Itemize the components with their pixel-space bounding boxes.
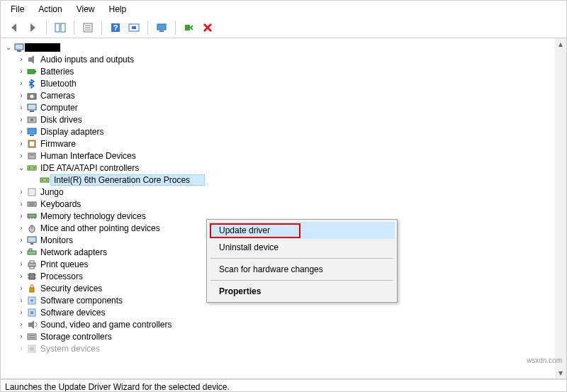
expander-icon[interactable]: › [16,212,26,220]
tree-item[interactable]: ›Disk drives [4,113,565,125]
svg-rect-27 [30,142,34,146]
computer-root-icon [13,42,25,53]
watermark: wsxdn.com [527,357,562,364]
expander-icon[interactable]: › [16,345,26,352]
expander-icon[interactable]: › [16,200,26,208]
expander-icon[interactable]: › [16,248,26,256]
tree-item[interactable]: ⌄IDE ATA/ATAPI controllers [4,162,565,174]
menu-help[interactable]: Help [102,2,134,16]
forward-icon[interactable] [24,19,41,36]
expander-icon[interactable]: › [16,55,26,63]
tree-item-label: Firmware [38,139,76,149]
printer-icon [26,259,38,270]
ctx-update-driver[interactable]: Update driver [209,222,395,239]
remove-device-icon[interactable] [181,19,198,36]
expander-icon[interactable]: › [16,332,26,340]
svg-rect-36 [28,189,35,196]
menu-file[interactable]: File [4,2,31,16]
expander-icon[interactable]: › [16,224,26,232]
expander-icon[interactable]: › [16,140,26,147]
tree-item[interactable]: ›Display adapters [4,125,565,138]
monitor-icon [26,235,38,246]
security-icon [26,283,38,294]
tree-item-label: Batteries [38,67,74,77]
tree-item[interactable]: ›Jungo [4,186,565,198]
svg-rect-25 [30,135,34,136]
tree-item[interactable]: ›Keyboards [4,198,565,210]
svg-rect-66 [29,337,35,338]
svg-point-31 [29,167,30,169]
tree-item[interactable]: ›Batteries [4,65,565,77]
help-icon[interactable]: ? [107,19,124,36]
expander-icon[interactable]: › [16,128,26,135]
expander-icon[interactable]: ⌄ [16,164,26,172]
back-icon[interactable] [6,19,23,36]
expander-icon[interactable]: › [16,116,26,123]
device-tree[interactable]: ⌄ ›Audio inputs and outputs›Batteries›Bl… [1,38,566,357]
ide-icon [26,162,38,174]
device-tree-panel: ⌄ ›Audio inputs and outputs›Batteries›Bl… [1,38,566,379]
tree-item[interactable]: ›Human Interface Devices [4,150,565,162]
ctx-scan-hardware[interactable]: Scan for hardware changes [209,261,395,278]
display-devices-icon[interactable] [153,19,170,36]
tree-item[interactable]: ›Firmware [4,138,565,150]
menu-view[interactable]: View [69,2,102,16]
show-hide-tree-icon[interactable] [52,19,69,36]
tree-item[interactable]: ›Bluetooth [4,77,565,89]
tree-item[interactable]: ›Computer [4,101,565,113]
svg-rect-21 [30,111,34,112]
scroll-up-icon[interactable]: ▴ [555,38,566,50]
expander-icon[interactable]: › [16,260,26,268]
expander-icon[interactable]: › [16,103,26,111]
computer-name-redacted [25,43,60,52]
svg-rect-33 [40,178,49,182]
toolbar-separator [175,21,176,35]
tree-item[interactable]: ›Software devices [4,306,565,318]
tree-item-label: Software components [38,296,123,306]
speaker-icon [26,54,38,65]
toolbar: ? [1,18,566,38]
delete-icon[interactable] [199,19,216,36]
svg-rect-24 [28,128,36,134]
svg-rect-46 [28,237,36,242]
expander-icon[interactable]: › [16,67,26,75]
tree-item-child[interactable]: Intel(R) 6th Generation Core Proces [4,174,565,186]
svg-rect-50 [28,263,35,267]
tree-item[interactable]: ›Cameras [4,89,565,101]
expander-icon[interactable]: › [16,320,26,328]
tree-item[interactable]: ›Audio inputs and outputs [4,53,565,65]
tree-item[interactable]: ›System devices [4,342,565,354]
expander-icon[interactable]: › [16,272,26,280]
svg-rect-40 [28,214,36,218]
bluetooth-icon [26,78,38,89]
expander-icon[interactable]: › [16,188,26,196]
ctx-uninstall-device[interactable]: Uninstall device [209,239,395,256]
expander-icon[interactable]: › [16,284,26,292]
vertical-scrollbar[interactable]: ▴ ▾ [555,38,566,379]
ctx-properties[interactable]: Properties [209,283,395,300]
svg-point-32 [33,167,35,169]
svg-rect-9 [132,26,136,29]
scan-hardware-icon[interactable] [125,19,142,36]
tree-item-label: Keyboards [38,199,81,209]
tree-root[interactable]: ⌄ [4,41,565,53]
tree-item[interactable]: ›Storage controllers [4,330,565,342]
computer-icon [26,102,38,113]
scroll-down-icon[interactable]: ▾ [555,367,566,379]
svg-point-60 [30,299,33,302]
expander-icon[interactable]: › [16,308,26,316]
hid-icon [26,150,38,162]
properties-icon[interactable] [79,19,96,36]
menu-action[interactable]: Action [31,2,69,16]
expander-icon[interactable]: › [16,91,26,99]
svg-rect-28 [28,153,35,159]
expander-icon[interactable]: › [16,79,26,87]
svg-rect-11 [159,30,164,32]
expander-icon[interactable]: ⌄ [4,43,13,51]
tree-item[interactable]: ›Sound, video and game controllers [4,318,565,330]
svg-rect-47 [30,243,33,245]
svg-rect-49 [29,249,32,251]
expander-icon[interactable]: › [16,236,26,244]
expander-icon[interactable]: › [16,152,26,159]
expander-icon[interactable]: › [16,296,26,304]
